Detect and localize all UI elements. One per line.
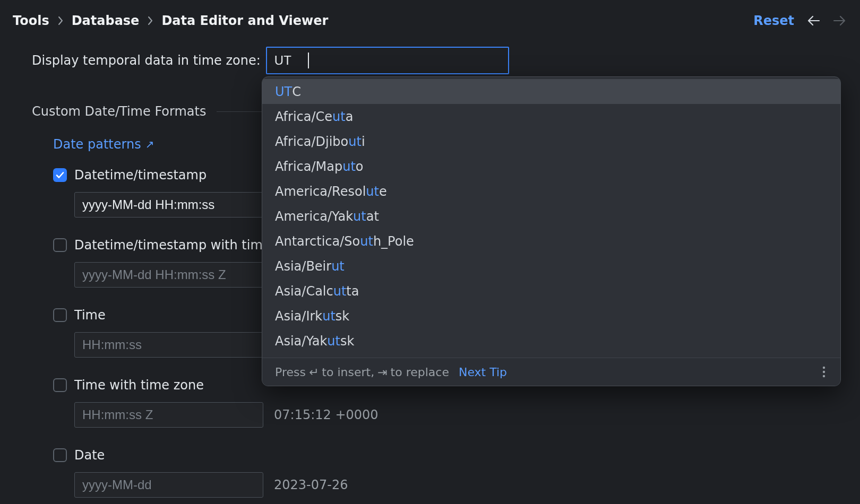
time-tz-format-input[interactable]	[74, 402, 263, 428]
time-format-input[interactable]	[74, 332, 263, 358]
popup-footer: Press ↵ to insert, ⇥ to replace Next Tip	[262, 358, 840, 386]
checkbox-unchecked-icon	[53, 378, 67, 392]
checkbox-checked-icon	[53, 168, 67, 182]
chevron-right-icon	[148, 16, 153, 25]
chevron-right-icon	[58, 16, 63, 25]
enter-key-icon: ↵	[309, 366, 319, 379]
svg-point-2	[823, 375, 825, 377]
completion-item[interactable]: UTC	[262, 79, 840, 104]
datetime-label: Datetime/timestamp	[74, 168, 207, 183]
back-button[interactable]	[806, 13, 822, 29]
datetime-tz-format-input[interactable]	[74, 262, 263, 288]
date-patterns-link[interactable]: Date patterns	[53, 137, 141, 152]
time-label: Time	[74, 308, 106, 323]
date-label: Date	[74, 448, 105, 463]
breadcrumb-item-data-editor: Data Editor and Viewer	[161, 13, 328, 28]
next-tip-link[interactable]: Next Tip	[459, 366, 507, 379]
completion-item[interactable]: Asia/Beirut	[262, 254, 840, 279]
completion-item[interactable]: Antarctica/South_Pole	[262, 229, 840, 254]
completion-list[interactable]: UTCAfrica/CeutaAfrica/DjiboutiAfrica/Map…	[262, 77, 840, 358]
completion-item[interactable]: Africa/Djibouti	[262, 129, 840, 154]
time-tz-preview: 07:15:12 +0000	[274, 407, 379, 422]
reset-button[interactable]: Reset	[753, 13, 794, 28]
section-title: Custom Date/Time Formats	[32, 104, 206, 119]
completion-item[interactable]: Asia/Irkutsk	[262, 303, 840, 328]
completion-item[interactable]: Africa/Ceuta	[262, 104, 840, 129]
breadcrumb-item-tools[interactable]: Tools	[13, 13, 49, 28]
text-caret	[308, 53, 309, 68]
checkbox-unchecked-icon	[53, 448, 67, 462]
completion-item[interactable]: Asia/Yakutsk	[262, 328, 840, 353]
timezone-input[interactable]	[266, 47, 509, 74]
datetime-tz-label: Datetime/timestamp with time	[74, 238, 271, 253]
completion-item[interactable]: America/Resolute	[262, 179, 840, 204]
breadcrumb: Tools Database Data Editor and Viewer	[13, 13, 328, 28]
svg-point-1	[823, 371, 825, 373]
checkbox-unchecked-icon	[53, 238, 67, 252]
separator	[217, 111, 266, 112]
date-checkbox-row[interactable]: Date	[53, 448, 847, 463]
completion-item[interactable]: Asia/Calcutta	[262, 279, 840, 303]
breadcrumb-item-database[interactable]: Database	[72, 13, 140, 28]
svg-point-0	[823, 367, 825, 369]
time-tz-label: Time with time zone	[74, 378, 204, 393]
datetime-format-input[interactable]	[74, 192, 263, 218]
timezone-label: Display temporal data in time zone:	[32, 53, 261, 68]
completion-popup: UTCAfrica/CeutaAfrica/DjiboutiAfrica/Map…	[262, 76, 841, 386]
checkbox-unchecked-icon	[53, 308, 67, 322]
date-format-input[interactable]	[74, 472, 263, 498]
completion-item[interactable]: Atlantic/South_Georgia	[262, 353, 840, 358]
external-link-icon: ↗	[145, 138, 154, 151]
completion-item[interactable]: Africa/Maputo	[262, 154, 840, 179]
forward-button[interactable]	[831, 13, 847, 29]
completion-item[interactable]: America/Yakutat	[262, 204, 840, 229]
more-options-icon[interactable]	[820, 364, 828, 380]
tab-key-icon: ⇥	[377, 366, 387, 379]
popup-hint: Press ↵ to insert, ⇥ to replace	[275, 366, 449, 379]
date-preview: 2023-07-26	[274, 477, 348, 492]
